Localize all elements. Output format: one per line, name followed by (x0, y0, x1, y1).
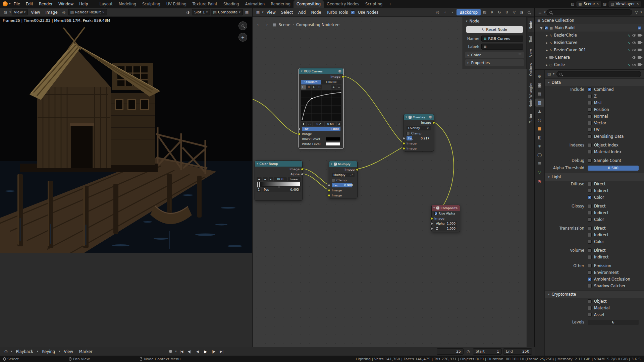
tab-view-layer[interactable]: ▦ (535, 99, 544, 107)
collapse-icon[interactable]: ▾ (331, 163, 332, 166)
checkbox-uv[interactable] (588, 128, 592, 132)
fac-slider[interactable]: Fac 0.217 (407, 136, 431, 140)
checkbox-glossy-color[interactable] (588, 218, 592, 222)
outliner-row-main-build[interactable]: ▼ ▦ Main Build (535, 24, 644, 32)
disable-render-icon[interactable] (638, 41, 641, 44)
panel-section-properties[interactable]: ▸ Properties (465, 59, 524, 66)
sidebar-tab-view[interactable]: View (528, 46, 534, 60)
checkbox-diffuse-indirect[interactable] (588, 189, 592, 193)
node-label-field[interactable]: ▦ (481, 44, 523, 50)
breadcrumb-scene[interactable]: Scene (278, 22, 290, 27)
tab-filmlike[interactable]: Filmlike (321, 80, 341, 84)
channel-g-button[interactable]: G (312, 85, 317, 89)
zoom-in-icon[interactable]: + (331, 85, 336, 89)
clamp-checkbox[interactable] (332, 179, 335, 182)
chevron-down-icon[interactable]: ▾ (640, 11, 642, 14)
ramp-options-icon[interactable]: ▾ (269, 177, 273, 181)
hide-eye-icon[interactable] (632, 34, 636, 37)
checkbox-ambient-occlusion[interactable] (588, 277, 592, 281)
checkbox-transmission-indirect[interactable] (588, 233, 592, 237)
node-socket-image-output[interactable] (356, 168, 359, 171)
panel-node-tab-header[interactable]: ▾ Node (463, 17, 526, 24)
render-layer-dropdown[interactable]: ▤ Composite ▾ (211, 9, 243, 15)
editor-type-compositor-icon[interactable]: ▦ (255, 9, 261, 15)
previous-keyframe-button[interactable]: ◀| (186, 348, 193, 355)
disable-render-icon[interactable] (638, 56, 641, 59)
node-socket-image-input[interactable] (430, 217, 433, 220)
node-header[interactable]: ▾ Color Ramp (255, 161, 302, 167)
ramp-stop-0[interactable] (257, 182, 260, 187)
tab-modifiers[interactable]: ◧ (535, 133, 544, 141)
zoom-gizmo[interactable] (238, 21, 247, 30)
hide-eye-icon[interactable] (632, 42, 636, 44)
editor-type-timeline-icon[interactable]: ◷ (3, 348, 9, 355)
remove-stop-button[interactable]: − (263, 177, 268, 181)
blender-logo-icon[interactable] (3, 1, 8, 6)
workspace-tab-layout[interactable]: Layout (97, 0, 116, 8)
curve-point-x-field[interactable]: 0.2 (313, 122, 324, 126)
node-composite[interactable]: ▾ Composite Use Alpha Image Alpha 1.000 … (431, 205, 460, 232)
menu-render[interactable]: Render (36, 1, 55, 7)
node-mute-checkbox[interactable] (409, 116, 412, 119)
overlays-dropdown-icon[interactable]: ◑ (518, 9, 525, 15)
outliner-row-beziercircle[interactable]: ▸ ∿ BezierCircle ∿ (535, 32, 644, 39)
node-header[interactable]: ▾ Composite (432, 205, 460, 211)
tab-physics[interactable]: ◯ (535, 151, 544, 159)
outliner-row-camera[interactable]: ▸ Camera (535, 54, 644, 61)
next-keyframe-button[interactable]: |▶ (210, 348, 217, 355)
node-header[interactable]: ▾ RGB Curves (299, 68, 343, 74)
chevron-down-icon[interactable]: ▾ (175, 350, 177, 353)
checkbox-diffuse-direct[interactable] (588, 182, 592, 186)
image-mode-dropdown[interactable]: View ▾ (12, 9, 28, 15)
outliner-row-circle[interactable]: ▸ ○ Circle ∿ (535, 61, 644, 68)
tab-output[interactable]: ▤ (535, 90, 544, 98)
preview-sphere-icon[interactable] (429, 116, 432, 119)
scene-selector[interactable]: ▦ Scene × (576, 1, 601, 7)
chevron-down-icon[interactable]: ▾ (544, 11, 546, 14)
chevron-down-icon[interactable]: ▾ (11, 350, 12, 353)
timeline-menu-marker[interactable]: Marker (77, 349, 95, 355)
pan-hand-gizmo[interactable]: + (238, 33, 247, 42)
tab-world[interactable]: ◎ (535, 116, 544, 124)
workspace-tab-rendering[interactable]: Rendering (268, 0, 293, 8)
checkbox-crypto-material[interactable] (588, 306, 592, 310)
view-channels-icon[interactable]: ▦ (244, 9, 250, 15)
menu-window[interactable]: Window (56, 1, 76, 7)
collapse-icon[interactable]: ▾ (257, 162, 258, 165)
tab-tool[interactable]: ⚙ (535, 72, 544, 80)
backdrop-toggle-button[interactable]: Backdrop (457, 9, 481, 15)
curve-extend-icon[interactable]: ▭ (307, 122, 312, 126)
hide-eye-icon[interactable] (632, 56, 636, 59)
node-socket-image1-input[interactable] (328, 189, 330, 192)
collapse-icon[interactable]: ▾ (406, 116, 407, 119)
disable-render-icon[interactable] (638, 63, 641, 66)
parent-navigate-icon[interactable]: ‹ (442, 9, 448, 15)
node-menu-turbo-tools[interactable]: Turbo Tools (324, 9, 351, 15)
checkbox-glossy-indirect[interactable] (588, 211, 592, 215)
node-mix-multiply[interactable]: ▾ Multiply Image Multiply ⇄ Clamp Fac 0.… (329, 161, 358, 198)
child-navigate-icon[interactable]: › (449, 9, 456, 15)
checkbox-denoising-data[interactable] (588, 134, 592, 138)
menu-file[interactable]: File (11, 1, 23, 7)
black-level-swatch[interactable] (326, 137, 340, 141)
node-mix-overlay[interactable]: ▾ Overlay Image Overlay ⇄ Clamp Fac 0.21… (404, 114, 434, 152)
fac-slider[interactable]: Fac 1.000 (302, 127, 340, 131)
list-icon[interactable]: ☰ (518, 53, 522, 57)
node-socket-z-input[interactable] (430, 227, 433, 230)
menu-edit[interactable]: Edit (23, 1, 36, 7)
white-level-swatch[interactable] (326, 142, 340, 146)
reset-node-button[interactable]: ↻ Reset Node (466, 26, 523, 33)
tab-material[interactable]: ◉ (535, 177, 544, 185)
channel-b-button[interactable]: B (317, 85, 322, 89)
curve-select-icon[interactable]: ✚ (301, 122, 306, 126)
stop-position-slider[interactable]: Pos 0.495 (262, 187, 301, 192)
channel-c-button[interactable]: C (301, 85, 306, 89)
frame-start-field[interactable]: Start 1 (473, 348, 502, 355)
outliner-row-scene-collection[interactable]: ▦ Scene Collection (535, 17, 644, 24)
disclosure-icon[interactable]: ▸ (546, 41, 548, 45)
auto-keying-record-button[interactable] (167, 348, 174, 355)
checkbox-mist[interactable] (588, 101, 592, 105)
tab-render[interactable]: ◙ (535, 81, 544, 89)
section-data[interactable]: ▾ Data (545, 78, 644, 86)
backdrop-channel-g-button[interactable]: G (496, 9, 503, 15)
